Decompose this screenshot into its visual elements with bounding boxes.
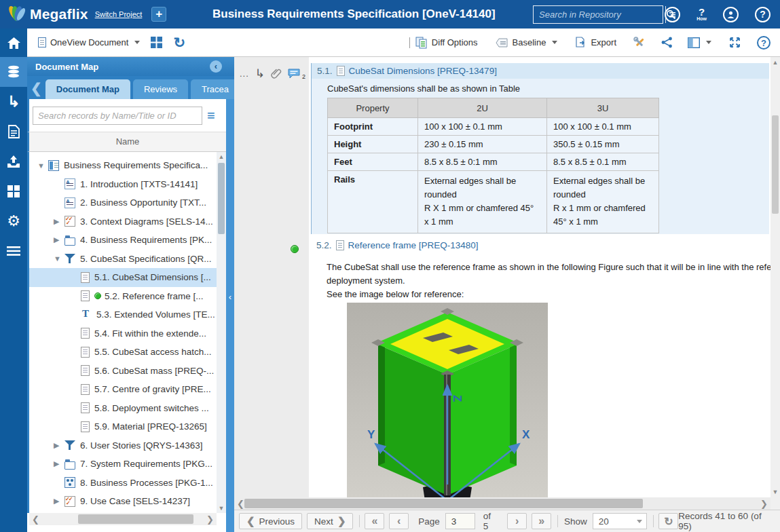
next-button[interactable]: Next❯ [307,513,353,529]
tab-document-map[interactable]: Document Map [45,79,130,99]
panel-collapse-chevron-icon[interactable]: ‹ [226,292,234,302]
baseline-dropdown[interactable]: Baseline [496,37,558,48]
diff-options-button[interactable]: Diff Options [415,37,478,49]
table-row: Rails External edges shall be rounded R … [328,171,659,233]
content-vertical-scrollbar[interactable]: ▲ ▼ [770,57,780,497]
scroll-right-icon[interactable]: ❯ [758,499,770,509]
repository-search-input[interactable] [534,6,665,23]
scroll-down-icon[interactable]: ▼ [770,489,780,495]
tree-row[interactable]: Business Requirements Specifica... [29,156,217,175]
first-page-button[interactable]: « [365,513,384,529]
tree-row[interactable]: 5. CubeSat Specifications [QR... [29,250,217,269]
expander-icon[interactable] [54,254,64,263]
tree-horizontal-scrollbar[interactable]: ❮ ❯ [29,513,217,525]
tree-row[interactable]: 5.9. Material [PREQ-13265] [29,417,217,436]
refresh-records-button[interactable]: ↻ [658,513,678,529]
user-profile-button[interactable] [723,7,739,22]
sidebar-item-menu[interactable] [0,236,27,266]
more-actions-button[interactable]: ... [240,69,249,79]
section-5-2-link[interactable]: Reference frame [PREQ-13480] [348,240,479,250]
chevron-down-icon [637,520,642,523]
tree-row[interactable]: 5.2. Reference frame [... [29,287,217,306]
tree-row[interactable]: 1. Introduction [TXTS-14141] [29,175,217,194]
expander-icon[interactable] [54,235,64,244]
folder-icon [64,238,75,246]
tree-row[interactable]: 6. User Stories [QRYS-14363] [29,436,217,455]
section-5-1-link[interactable]: CubeSat Dimensions [PREQ-13479] [349,66,497,76]
sidebar-item-database[interactable] [0,57,27,87]
content-hscrollbar-thumb[interactable] [244,499,643,508]
export-button[interactable]: Export [575,37,616,49]
toolbar: OneView Document ↻ Diff Options Baseline… [27,28,780,57]
admin-tools-button[interactable] [633,36,646,50]
sidebar-item-upload[interactable] [0,147,27,176]
tree-row[interactable]: 5.7. Centre of gravity [PRE... [29,380,217,399]
tabs-scroll-left-icon[interactable]: ❮ [27,80,45,99]
tree-row[interactable]: 3. Context Diagrams [SELS-14... [29,212,217,231]
panel-resize-strip[interactable]: ‹ [226,57,234,532]
content-scrollbar-thumb[interactable] [772,115,779,214]
page-size-select[interactable]: 20 [593,513,648,529]
layout-columns-dropdown[interactable] [688,37,711,48]
tree-row[interactable]: 8. Business Processes [PKG-1... [29,474,217,493]
refresh-button[interactable]: ↻ [173,35,185,51]
tree-row-selected[interactable]: 5.1. CubeSat Dimensions [... [29,268,217,287]
scroll-right-icon[interactable]: ❯ [204,514,217,525]
document-content: 5.1. CubeSat Dimensions [PREQ-13479] Cub… [309,57,770,497]
records-search-input[interactable] [33,107,202,125]
prev-page-button[interactable]: ‹ [389,513,409,529]
sidebar-item-home[interactable] [0,28,27,57]
chevron-down-icon [134,41,140,44]
document-map-panel: ‹ Document Map ‹ ❮ Document Map Reviews … [27,57,234,532]
switch-project-link[interactable]: Switch Project [95,10,143,18]
context-help-button[interactable]: ? [757,36,770,50]
filter-menu-icon[interactable]: ≡ [207,112,215,119]
panel-collapse-button[interactable]: ‹ [210,60,222,73]
previous-button[interactable]: ❮Previous [239,513,302,529]
view-selector-dropdown[interactable]: OneView Document [38,37,140,48]
tree-row[interactable]: 5.4. Fit within the extende... [29,324,217,343]
tree-row[interactable]: 9. Use Case [SELS-14237] [29,492,217,511]
gutter-indicator-row: ... ↳ 2 [240,66,305,81]
tree-row[interactable]: 5.3. Extended Volumes [TE... [29,305,217,324]
tree-scrollbar-thumb[interactable] [218,163,225,234]
comment-bubble-icon[interactable] [288,69,300,79]
scroll-up-icon[interactable]: ▲ [217,153,226,160]
tree-vertical-scrollbar[interactable]: ▲ ▼ [217,152,226,513]
share-button[interactable] [661,37,673,48]
next-page-button[interactable]: › [507,513,527,529]
content-horizontal-scrollbar[interactable]: ❮ ❯ [234,497,770,510]
sidebar-item-dashboard[interactable] [0,176,27,206]
whats-new-button[interactable] [665,7,680,22]
tree-row[interactable]: 5.5. CubeSat access hatch... [29,343,217,362]
tree-row[interactable]: 7. System Requirements [PKG... [29,455,217,474]
add-project-button[interactable]: + [151,7,166,22]
fullscreen-button[interactable] [729,37,741,48]
page-number-input[interactable] [445,513,475,529]
expander-icon[interactable] [54,441,64,450]
sidebar-item-branch[interactable]: ↳ [0,87,27,117]
tree-row[interactable]: 5.8. Deployment switches ... [29,399,217,418]
expander-icon[interactable] [54,217,64,226]
last-page-button[interactable]: » [532,513,551,529]
expander-icon[interactable] [54,459,64,468]
divider [653,515,654,527]
grid-view-button[interactable] [151,37,162,48]
how-to-button[interactable]: ? How [697,8,707,21]
expander-icon[interactable] [37,162,48,170]
attachment-paperclip-icon[interactable] [271,68,282,79]
tab-reviews[interactable]: Reviews [133,79,188,99]
tab-traceability[interactable]: Tracea [191,79,234,99]
sidebar-item-documents[interactable] [0,117,27,147]
scroll-down-icon[interactable]: ▼ [217,505,226,512]
branch-arrow-icon[interactable]: ↳ [255,66,265,81]
sidebar-item-settings[interactable]: ⚙ [0,206,27,236]
scroll-up-icon[interactable]: ▲ [770,59,780,66]
expander-icon[interactable] [54,497,64,506]
tree-row[interactable]: 2. Business Opportunity [TXT... [29,193,217,212]
help-button[interactable]: ? [755,7,770,22]
tree-hscrollbar-thumb[interactable] [78,514,193,524]
tree-row[interactable]: 5.6. CubeSat mass [PREQ-... [29,362,217,381]
scroll-left-icon[interactable]: ❮ [29,514,42,525]
tree-row[interactable]: 4. Business Requirements [PK... [29,231,217,250]
